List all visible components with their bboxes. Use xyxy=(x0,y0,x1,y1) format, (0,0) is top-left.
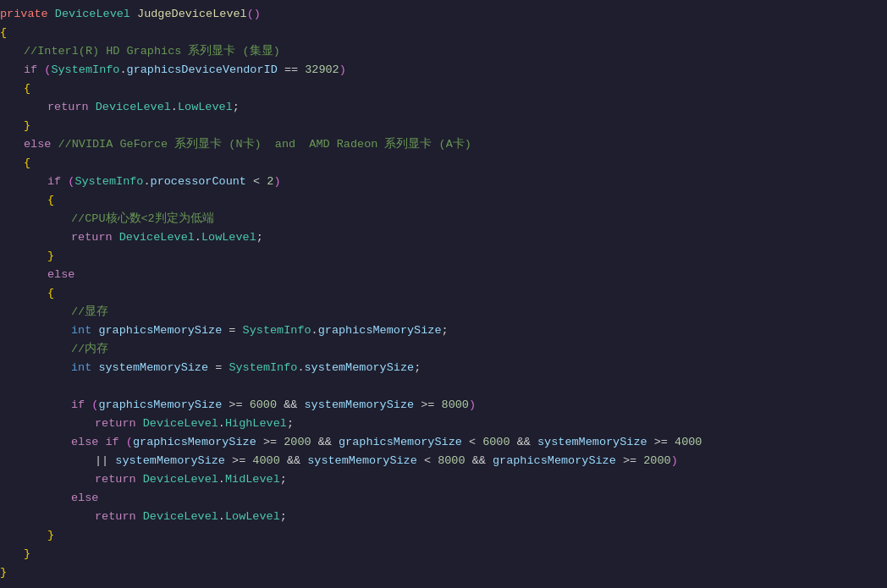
code-line: //CPU核心数<2判定为低端 xyxy=(0,210,887,228)
code-line: //内存 xyxy=(0,340,887,359)
code-line: else xyxy=(0,266,887,284)
code-line: if (graphicsMemorySize >= 6000 && system… xyxy=(0,396,887,415)
code-line: int systemMemorySize = SystemInfo.system… xyxy=(0,359,887,377)
code-line xyxy=(0,377,887,396)
code-line: || systemMemorySize >= 4000 && systemMem… xyxy=(0,452,887,470)
code-line: private DeviceLevel JudgeDeviceLevel() xyxy=(0,5,887,24)
code-line: } xyxy=(0,563,887,582)
code-line: //Interl(R) HD Graphics 系列显卡 (集显) xyxy=(0,42,887,61)
code-line: { xyxy=(0,191,887,210)
code-line: return DeviceLevel.LowLevel; xyxy=(0,98,887,117)
code-editor: private DeviceLevel JudgeDeviceLevel(){/… xyxy=(0,0,887,588)
code-line: { xyxy=(0,154,887,173)
code-line: { xyxy=(0,80,887,98)
code-line: return DeviceLevel.LowLevel; xyxy=(0,228,887,247)
code-line: { xyxy=(0,284,887,303)
code-line: } xyxy=(0,117,887,135)
code-line: } xyxy=(0,247,887,266)
code-line: int graphicsMemorySize = SystemInfo.grap… xyxy=(0,321,887,340)
code-line: if (SystemInfo.graphicsDeviceVendorID ==… xyxy=(0,61,887,80)
code-line: if (SystemInfo.processorCount < 2) xyxy=(0,173,887,191)
code-line: } xyxy=(0,526,887,545)
code-line: else if (graphicsMemorySize >= 2000 && g… xyxy=(0,433,887,452)
code-line: } xyxy=(0,545,887,563)
code-line: else //NVIDIA GeForce 系列显卡 (N卡) and AMD … xyxy=(0,135,887,154)
code-line: return DeviceLevel.MidLevel; xyxy=(0,470,887,489)
code-line: else xyxy=(0,489,887,508)
code-line: return DeviceLevel.LowLevel; xyxy=(0,508,887,526)
code-line: { xyxy=(0,24,887,42)
code-line: return DeviceLevel.HighLevel; xyxy=(0,415,887,433)
code-line: //显存 xyxy=(0,303,887,321)
